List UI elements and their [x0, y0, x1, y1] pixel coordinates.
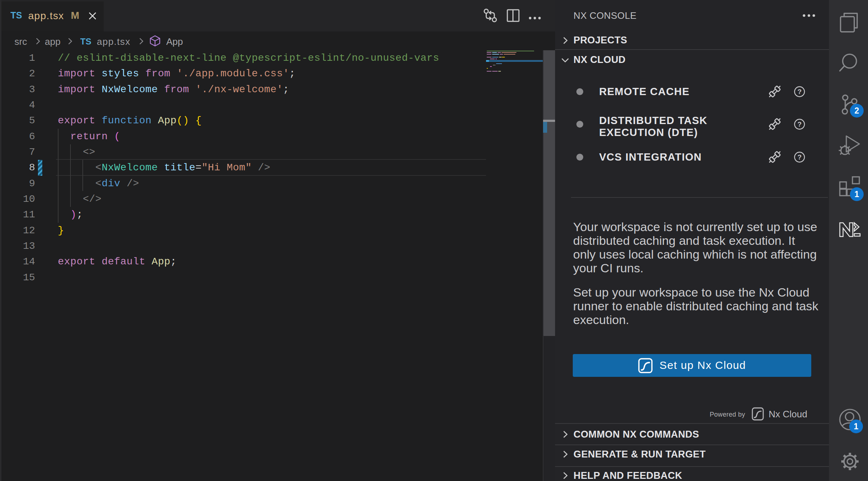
svg-text:?: ?	[798, 153, 802, 161]
svg-text:?: ?	[798, 120, 802, 128]
svg-text:?: ?	[798, 88, 802, 95]
